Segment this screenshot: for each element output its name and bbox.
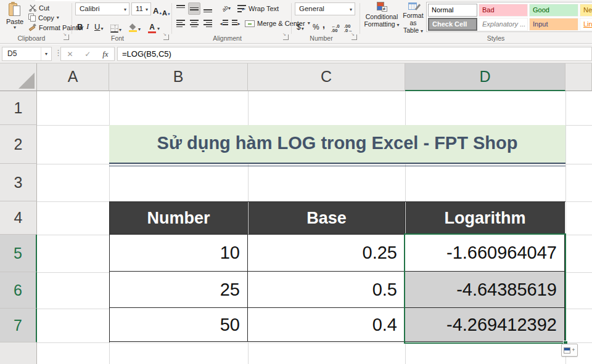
number-format-select[interactable]: General ▾ xyxy=(295,2,355,15)
row-header-4[interactable]: 4 xyxy=(0,201,37,235)
font-size-select[interactable]: 11 ▾ xyxy=(131,2,151,15)
paste-dropdown-caret[interactable]: ▾ xyxy=(14,25,16,30)
comma-style-button[interactable]: , xyxy=(323,17,325,30)
format-as-table-button[interactable]: Format as Table ▾ xyxy=(401,2,426,34)
bold-letter: B xyxy=(77,22,83,31)
column-header-e-partial[interactable] xyxy=(565,63,592,91)
font-dialog-launcher[interactable] xyxy=(163,34,169,40)
row-header-7[interactable]: 7 xyxy=(0,309,37,342)
cell-d6-selected[interactable]: -4.64385619 xyxy=(405,272,565,308)
cell-b7[interactable]: 50 xyxy=(110,308,248,342)
font-group: Calibri ▾ 11 ▾ A▴ A▾ B I U ▾ xyxy=(72,0,171,43)
font-color-button[interactable]: A ▾ xyxy=(147,19,160,31)
column-header-b[interactable]: B xyxy=(109,63,248,91)
row-header-6[interactable]: 6 xyxy=(0,272,37,309)
cell-d5-active[interactable]: -1.660964047 xyxy=(405,235,565,272)
formula-input[interactable]: =LOG(B5,C5) xyxy=(117,47,592,61)
style-chip-good[interactable]: Good xyxy=(529,4,578,17)
merge-center-icon xyxy=(245,20,255,27)
increase-indent-button[interactable]: ▸ xyxy=(230,17,242,30)
style-chip-check-cell[interactable]: Check Cell xyxy=(428,18,477,31)
row-header-8-partial[interactable] xyxy=(0,342,37,364)
borders-button[interactable]: ▾ xyxy=(110,20,121,33)
worksheet: A B C D 1 2 3 4 5 6 7 Sử dụng hàm LOG tr… xyxy=(0,63,592,364)
accounting-format-button[interactable]: $ ▾ xyxy=(297,19,304,31)
style-chip-neutral[interactable]: Neutral xyxy=(580,4,592,17)
bold-button[interactable]: B xyxy=(77,19,83,31)
grow-font-button[interactable]: A▴ xyxy=(153,3,162,15)
alignment-dialog-launcher[interactable] xyxy=(283,34,289,40)
wrap-text-button[interactable]: ↵ Wrap Text xyxy=(237,5,279,12)
cell-b5[interactable]: 10 xyxy=(110,235,248,272)
style-chip-bad[interactable]: Bad xyxy=(479,4,528,17)
cell-c7[interactable]: 0.4 xyxy=(248,308,405,342)
decrease-indent-button[interactable]: ◂ xyxy=(218,17,230,30)
style-chip-input[interactable]: Input xyxy=(529,18,578,31)
align-center-icon xyxy=(190,20,199,27)
row-header-2[interactable]: 2 xyxy=(0,125,37,164)
align-right-button[interactable] xyxy=(202,17,214,30)
copy-dropdown-caret[interactable]: ▾ xyxy=(57,15,59,20)
decrease-indent-icon xyxy=(223,20,228,27)
style-chip-normal[interactable]: Normal xyxy=(428,4,477,17)
column-header-a[interactable]: A xyxy=(37,63,109,91)
enter-icon[interactable]: ✓ xyxy=(84,50,91,59)
increase-decimal-icon: ←.0.00 xyxy=(331,24,340,33)
title-banner-cell[interactable]: Sử dụng hàm LOG trong Excel - FPT Shop xyxy=(109,125,565,164)
cell-b6[interactable]: 25 xyxy=(110,272,248,308)
align-middle-button[interactable] xyxy=(188,2,200,15)
copy-label: Copy xyxy=(38,14,54,22)
align-center-button[interactable] xyxy=(188,17,200,30)
name-box-dropdown[interactable]: ▾ xyxy=(41,47,51,60)
column-header-c[interactable]: C xyxy=(248,63,405,91)
table-header-logarithm[interactable]: Logarithm xyxy=(405,202,565,235)
style-chip-linked-cell[interactable]: Linked Cell xyxy=(580,18,592,31)
table-header-base[interactable]: Base xyxy=(248,202,405,235)
underline-dropdown-caret[interactable]: ▾ xyxy=(101,26,103,31)
format-painter-icon xyxy=(28,23,36,31)
styles-group: ≠ Conditional Formatting ▾ Format as Tab… xyxy=(360,0,592,43)
align-bottom-button[interactable] xyxy=(202,2,214,15)
row-header-3[interactable]: 3 xyxy=(0,164,37,201)
italic-button[interactable]: I xyxy=(86,19,89,31)
number-dialog-launcher[interactable] xyxy=(352,34,357,40)
table-header-number[interactable]: Number xyxy=(110,202,248,235)
cell-c6[interactable]: 0.5 xyxy=(248,272,405,308)
scissors-icon xyxy=(28,4,36,12)
orientation-button[interactable]: ab ▾ xyxy=(218,2,235,15)
column-header-d[interactable]: D xyxy=(405,63,565,91)
cell-c5[interactable]: 0.25 xyxy=(248,235,405,272)
cancel-icon[interactable]: ✕ xyxy=(67,50,73,59)
percent-style-button[interactable]: % xyxy=(313,19,319,31)
decrease-decimal-button[interactable]: .00.0→ xyxy=(344,20,353,33)
fill-color-dropdown-caret[interactable]: ▾ xyxy=(138,27,141,32)
paste-button[interactable]: Paste ▾ xyxy=(2,2,27,36)
font-name-select[interactable]: Calibri ▾ xyxy=(75,2,130,15)
quick-analysis-button[interactable]: + xyxy=(561,344,578,357)
borders-dropdown-caret[interactable]: ▾ xyxy=(119,28,121,33)
copy-icon xyxy=(28,14,36,22)
fill-color-button[interactable]: ▾ xyxy=(129,20,141,32)
align-left-button[interactable] xyxy=(175,17,187,30)
alignment-group-label: Alignment xyxy=(172,34,282,42)
accounting-dropdown-caret[interactable]: ▾ xyxy=(302,26,304,31)
align-top-button[interactable] xyxy=(175,2,187,15)
name-box-value: D5 xyxy=(7,49,17,58)
insert-function-icon[interactable]: fx xyxy=(102,49,108,59)
comma-icon: , xyxy=(323,20,325,30)
row-header-5[interactable]: 5 xyxy=(0,235,37,272)
cell-d7-selected[interactable]: -4.269412392 xyxy=(405,308,565,342)
style-chip-explanatory[interactable]: Explanatory ... xyxy=(479,18,528,31)
shrink-font-button[interactable]: A▾ xyxy=(162,4,170,17)
name-box[interactable]: D5 ▾ xyxy=(2,47,52,61)
conditional-formatting-button[interactable]: ≠ Conditional Formatting ▾ xyxy=(363,2,401,34)
italic-letter: I xyxy=(86,22,89,31)
cell-styles-gallery: Normal Bad Good Neutral Check Cell Expla… xyxy=(426,2,592,32)
clipboard-dialog-launcher[interactable] xyxy=(64,34,69,40)
select-all-button[interactable] xyxy=(0,63,37,91)
underline-button[interactable]: U ▾ xyxy=(94,19,103,31)
font-color-dropdown-caret[interactable]: ▾ xyxy=(157,26,160,31)
quick-analysis-icon xyxy=(564,347,570,354)
increase-decimal-button[interactable]: ←.0.00 xyxy=(331,20,340,33)
row-header-1[interactable]: 1 xyxy=(0,91,37,125)
